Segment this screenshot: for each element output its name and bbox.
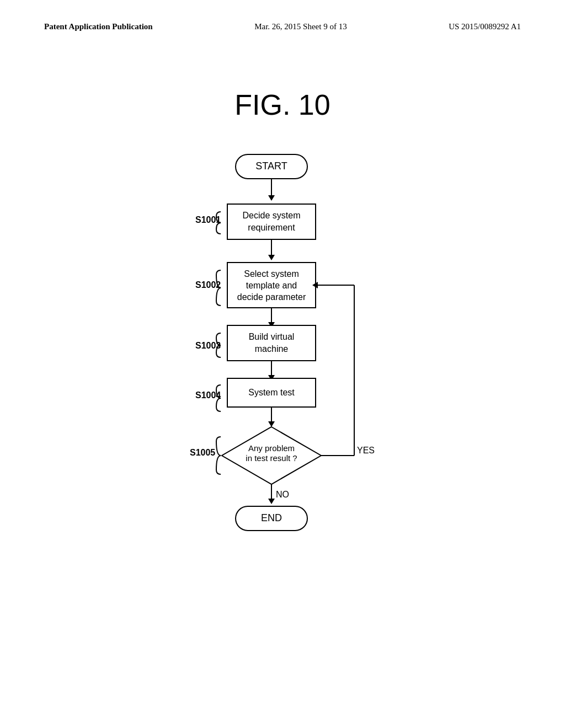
svg-text:requirement: requirement [248, 223, 295, 232]
svg-text:template and: template and [246, 281, 297, 290]
svg-text:Decide system: Decide system [243, 211, 301, 220]
svg-text:decide parameter: decide parameter [237, 292, 306, 302]
header-right: US 2015/0089292 A1 [449, 22, 521, 31]
svg-marker-3 [268, 195, 275, 201]
svg-marker-9 [268, 255, 275, 260]
svg-text:Select system: Select system [244, 269, 299, 279]
svg-marker-27 [268, 421, 275, 427]
figure-title: FIG. 10 [234, 88, 330, 121]
svg-rect-18 [227, 325, 316, 361]
svg-text:NO: NO [276, 490, 289, 499]
svg-text:START: START [255, 160, 287, 172]
svg-text:S1005: S1005 [190, 448, 215, 457]
svg-rect-5 [227, 204, 316, 239]
header-left: Patent Application Publication [44, 22, 153, 31]
svg-marker-38 [268, 499, 275, 504]
svg-text:in test result ?: in test result ? [246, 453, 297, 463]
svg-text:machine: machine [255, 344, 289, 354]
svg-text:YES: YES [357, 446, 375, 455]
svg-text:System test: System test [248, 388, 295, 397]
svg-text:END: END [261, 512, 282, 523]
flowchart-svg: START S1001 Decide system requirement S1… [139, 149, 426, 601]
flowchart: START S1001 Decide system requirement S1… [139, 149, 426, 603]
main-content: FIG. 10 START S1001 Decide system requir… [0, 55, 565, 728]
page-header: Patent Application Publication Mar. 26, … [0, 22, 565, 31]
svg-text:Any problem: Any problem [248, 443, 295, 453]
header-center: Mar. 26, 2015 Sheet 9 of 13 [254, 22, 347, 31]
svg-text:Build virtual: Build virtual [249, 332, 295, 341]
